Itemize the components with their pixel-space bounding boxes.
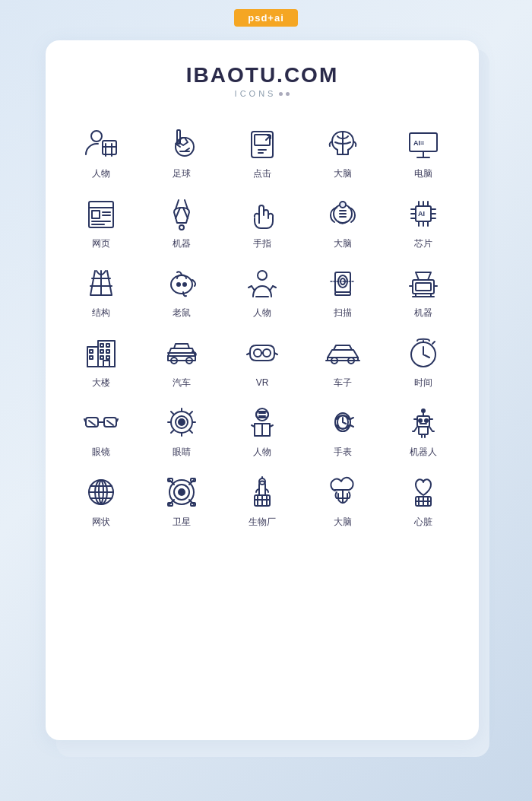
soccer-label: 足球 [173, 168, 191, 180]
car-label: 汽车 [173, 377, 191, 389]
person-label: 人物 [92, 168, 110, 180]
icon-cell-machine2: 机器 [383, 256, 464, 326]
svg-point-41 [258, 271, 267, 280]
icon-cell-computer: AI≡ 电脑 [383, 116, 464, 186]
vr-icon [242, 333, 282, 373]
soccer-icon [162, 124, 201, 164]
computer-icon: AI≡ [404, 124, 443, 164]
person2-label: 人物 [253, 307, 271, 319]
svg-point-119 [179, 489, 185, 495]
scan-icon [323, 263, 363, 303]
svg-rect-57 [100, 344, 103, 347]
top-badge: psd+ai [234, 9, 298, 27]
icon-cell-person: 人物 [61, 116, 141, 186]
mouse-label: 老鼠 [173, 307, 191, 319]
icon-cell-network: 网状 [61, 465, 141, 535]
finger-icon [242, 194, 282, 234]
network-icon [81, 472, 121, 512]
card-title: IBAOTU.COM [61, 63, 464, 87]
icon-cell-brain1: 大脑 [302, 116, 383, 186]
svg-rect-48 [416, 283, 431, 291]
click-label: 点击 [253, 168, 271, 180]
svg-point-3 [176, 138, 194, 156]
brain2-icon [323, 194, 363, 234]
svg-rect-5 [255, 135, 270, 145]
svg-rect-107 [419, 427, 428, 434]
icon-cell-biofactory: 生物厂 [222, 465, 302, 535]
webpage-icon [81, 194, 121, 234]
icon-cell-chip: AI 芯片 [383, 186, 464, 256]
eye-icon [162, 402, 201, 442]
icon-cell-time: 时间 [383, 326, 464, 396]
person-icon [81, 124, 121, 164]
svg-point-0 [91, 131, 102, 141]
svg-line-81 [89, 421, 95, 425]
icon-cell-webpage: 网页 [61, 186, 141, 256]
svg-line-91 [189, 412, 192, 415]
person2-icon [242, 263, 282, 303]
svg-rect-58 [106, 344, 109, 347]
chip-icon: AI [404, 194, 443, 234]
icon-cell-glasses: 眼镜 [61, 395, 141, 465]
person3-label: 人物 [253, 447, 271, 459]
icons-grid: 人物 足球 [61, 116, 464, 535]
icon-cell-mouse: 老鼠 [141, 256, 222, 326]
svg-rect-65 [103, 361, 109, 367]
biofactory-label: 生物厂 [249, 517, 276, 529]
robot-icon [404, 402, 443, 442]
time-icon [404, 333, 443, 373]
icon-cell-brain3: 大脑 [302, 465, 383, 535]
icon-cell-satellite: 卫星 [141, 465, 222, 535]
building-label: 大楼 [92, 377, 110, 389]
mouse-icon [162, 263, 201, 303]
svg-line-90 [171, 412, 174, 415]
icon-cell-machine1: 机器 [141, 186, 222, 256]
svg-point-38 [171, 275, 192, 294]
structure-icon [81, 263, 121, 303]
machine1-label: 机器 [173, 238, 191, 250]
satellite-label: 卫星 [173, 517, 191, 529]
machine2-icon [404, 263, 443, 303]
brain1-label: 大脑 [334, 168, 352, 180]
watch-label: 手表 [334, 447, 352, 459]
machine2-label: 机器 [414, 307, 432, 319]
icon-cell-heart: 心脏 [383, 465, 464, 535]
heart-icon [404, 472, 443, 512]
brain3-label: 大脑 [334, 517, 352, 529]
eye-label: 眼睛 [173, 447, 191, 459]
car-icon [162, 333, 201, 373]
machine1-icon [162, 194, 201, 234]
icon-cell-car: 汽车 [141, 326, 222, 396]
watch-icon [323, 402, 363, 442]
brain2-label: 大脑 [334, 238, 352, 250]
dot1 [279, 92, 283, 96]
icon-cell-click: 点击 [222, 116, 302, 186]
main-card: IBAOTU.COM ICONS 人物 [46, 40, 479, 740]
glasses-label: 眼镜 [92, 447, 110, 459]
svg-point-85 [179, 419, 185, 425]
heart-label: 心脏 [414, 517, 432, 529]
card-wrapper: IBAOTU.COM ICONS 人物 [46, 40, 486, 740]
icon-cell-scan: 扫描 [302, 256, 383, 326]
svg-text:AI: AI [418, 210, 425, 218]
icon-cell-brain2: 大脑 [302, 186, 383, 256]
svg-rect-46 [335, 292, 350, 295]
svg-point-94 [256, 408, 268, 421]
icon-cell-eye: 眼睛 [141, 395, 222, 465]
building-icon [81, 333, 121, 373]
click-icon [242, 124, 282, 164]
brain1-icon [323, 124, 363, 164]
svg-point-20 [179, 225, 184, 230]
satellite-icon [162, 472, 201, 512]
icon-cell-vehicle: 车子 [302, 326, 383, 396]
computer-label: 电脑 [414, 168, 432, 180]
icon-cell-building: 大楼 [61, 326, 141, 396]
svg-rect-63 [90, 350, 93, 353]
icon-cell-robot: 机器人 [383, 395, 464, 465]
glasses-icon [81, 402, 121, 442]
biofactory-icon [242, 472, 282, 512]
svg-text:AI≡: AI≡ [413, 139, 424, 147]
icon-cell-watch: 手表 [302, 395, 383, 465]
card-subtitle: ICONS [61, 89, 464, 98]
card-header: IBAOTU.COM ICONS [61, 63, 464, 98]
